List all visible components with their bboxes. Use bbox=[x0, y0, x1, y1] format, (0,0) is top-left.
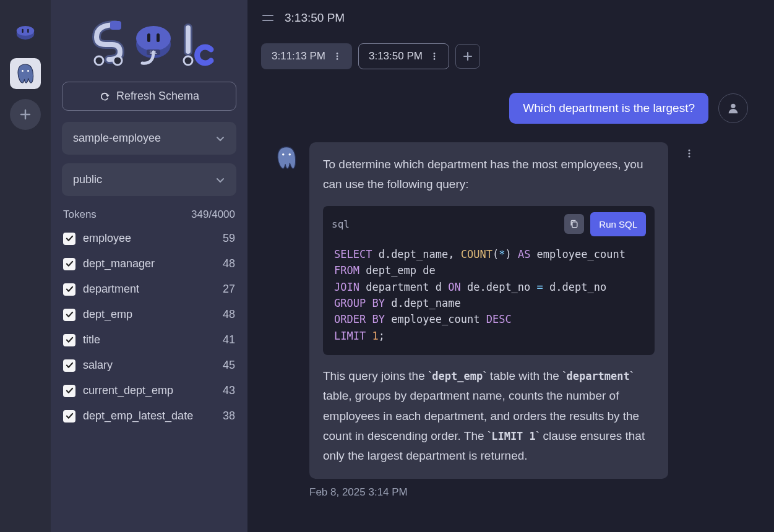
table-checkbox[interactable] bbox=[63, 309, 75, 321]
topbar-time: 3:13:50 PM bbox=[285, 11, 345, 25]
database-select[interactable]: sample-employee bbox=[62, 122, 236, 155]
tab[interactable]: 3:11:13 PM bbox=[261, 43, 352, 69]
chat-area: Which department is the largest? To dete… bbox=[247, 84, 774, 532]
table-item[interactable]: dept_emp 48 bbox=[59, 304, 239, 325]
tab-label: 3:11:13 PM bbox=[272, 50, 325, 62]
svg-point-22 bbox=[434, 56, 436, 58]
svg-point-18 bbox=[337, 53, 338, 54]
table-count: 45 bbox=[223, 359, 235, 372]
svg-rect-12 bbox=[157, 33, 160, 42]
table-count: 48 bbox=[223, 308, 235, 321]
svg-point-19 bbox=[337, 56, 338, 58]
assistant-message: To determine which department has the mo… bbox=[309, 142, 668, 479]
plus-icon bbox=[462, 51, 473, 62]
sidebar: SQL Refresh Schema sample-employee publi… bbox=[51, 0, 247, 532]
table-checkbox[interactable] bbox=[63, 385, 75, 397]
rail-app-sql-icon[interactable] bbox=[10, 17, 41, 48]
svg-point-28 bbox=[688, 149, 690, 151]
copy-button[interactable] bbox=[564, 214, 584, 234]
add-tab-button[interactable] bbox=[455, 44, 480, 69]
svg-point-29 bbox=[688, 152, 690, 154]
tokens-row: Tokens 349/4000 bbox=[58, 205, 240, 228]
user-icon bbox=[726, 101, 740, 115]
table-name: employee bbox=[83, 232, 218, 245]
refresh-schema-button[interactable]: Refresh Schema bbox=[62, 82, 236, 111]
svg-point-10 bbox=[136, 26, 171, 51]
check-icon bbox=[66, 412, 74, 420]
table-item[interactable]: salary 45 bbox=[59, 355, 239, 375]
table-name: department bbox=[83, 283, 218, 296]
table-checkbox[interactable] bbox=[63, 410, 75, 423]
tab[interactable]: 3:13:50 PM bbox=[358, 43, 449, 69]
svg-point-21 bbox=[434, 53, 436, 54]
svg-point-5 bbox=[27, 70, 29, 72]
rail-add-button[interactable] bbox=[10, 99, 41, 130]
chevron-down-icon bbox=[215, 175, 225, 185]
copy-icon bbox=[569, 219, 579, 229]
check-icon bbox=[66, 285, 74, 293]
table-count: 48 bbox=[223, 257, 235, 270]
tokens-value: 349/4000 bbox=[191, 208, 235, 221]
table-count: 43 bbox=[223, 384, 235, 397]
svg-point-26 bbox=[289, 153, 291, 156]
svg-point-7 bbox=[95, 56, 103, 65]
check-icon bbox=[66, 234, 74, 242]
user-message: Which department is the largest? bbox=[509, 93, 708, 124]
table-count: 41 bbox=[223, 333, 235, 346]
svg-rect-2 bbox=[22, 29, 23, 33]
code-header: sql Run SQL bbox=[323, 206, 655, 243]
table-checkbox[interactable] bbox=[63, 233, 75, 245]
table-name: current_dept_emp bbox=[83, 384, 218, 397]
table-item[interactable]: dept_manager 48 bbox=[59, 254, 239, 274]
assistant-explanation: This query joins the `dept_emp` table wi… bbox=[323, 366, 655, 466]
schema-select[interactable]: public bbox=[62, 163, 236, 196]
svg-point-4 bbox=[22, 70, 24, 72]
dots-vertical-icon bbox=[684, 148, 694, 158]
message-actions-button[interactable] bbox=[684, 148, 694, 161]
rail-db-postgres-icon[interactable] bbox=[10, 58, 41, 89]
check-icon bbox=[66, 260, 74, 268]
table-item[interactable]: current_dept_emp 43 bbox=[59, 380, 239, 401]
chevron-down-icon bbox=[215, 134, 225, 144]
menu-icon[interactable] bbox=[261, 11, 275, 25]
table-checkbox[interactable] bbox=[63, 359, 75, 372]
refresh-label: Refresh Schema bbox=[116, 90, 199, 103]
check-icon bbox=[66, 311, 74, 319]
table-checkbox[interactable] bbox=[63, 283, 75, 296]
main-area: 3:13:50 PM 3:11:13 PM 3:13:50 PM Which d… bbox=[247, 0, 774, 532]
code-lang-label: sql bbox=[332, 216, 558, 233]
table-count: 38 bbox=[223, 410, 235, 423]
database-select-value: sample-employee bbox=[73, 132, 161, 145]
svg-point-20 bbox=[337, 58, 338, 60]
dots-vertical-icon[interactable] bbox=[430, 52, 439, 61]
tabbar: 3:11:13 PM 3:13:50 PM bbox=[247, 36, 774, 84]
table-item[interactable]: title 41 bbox=[59, 330, 239, 350]
table-count: 59 bbox=[223, 232, 235, 245]
svg-point-8 bbox=[113, 56, 122, 65]
user-avatar bbox=[718, 93, 748, 123]
code-body: SELECT d.dept_name, COUNT(*) AS employee… bbox=[323, 242, 655, 355]
table-checkbox[interactable] bbox=[63, 258, 75, 270]
svg-point-30 bbox=[688, 155, 690, 157]
table-item[interactable]: employee 59 bbox=[59, 228, 239, 249]
table-checkbox[interactable] bbox=[63, 334, 75, 346]
table-item[interactable]: department 27 bbox=[59, 279, 239, 299]
assistant-intro-text: To determine which department has the mo… bbox=[323, 155, 655, 195]
refresh-icon bbox=[99, 91, 110, 102]
svg-rect-3 bbox=[27, 29, 28, 33]
table-name: salary bbox=[83, 359, 218, 372]
table-item[interactable]: dept_emp_latest_date 38 bbox=[59, 406, 239, 426]
table-list: employee 59 dept_manager 48 department 2… bbox=[58, 228, 240, 426]
table-name: dept_manager bbox=[83, 257, 218, 270]
run-sql-button[interactable]: Run SQL bbox=[590, 212, 646, 237]
table-name: dept_emp bbox=[83, 308, 218, 321]
check-icon bbox=[66, 336, 74, 344]
svg-point-25 bbox=[282, 153, 285, 156]
assistant-message-row: To determine which department has the mo… bbox=[273, 142, 748, 479]
dots-vertical-icon[interactable] bbox=[333, 52, 342, 61]
app-logo: SQL bbox=[58, 9, 240, 82]
svg-point-23 bbox=[434, 58, 436, 60]
svg-rect-27 bbox=[572, 222, 577, 228]
icon-rail bbox=[0, 0, 51, 532]
schema-select-value: public bbox=[73, 173, 102, 186]
